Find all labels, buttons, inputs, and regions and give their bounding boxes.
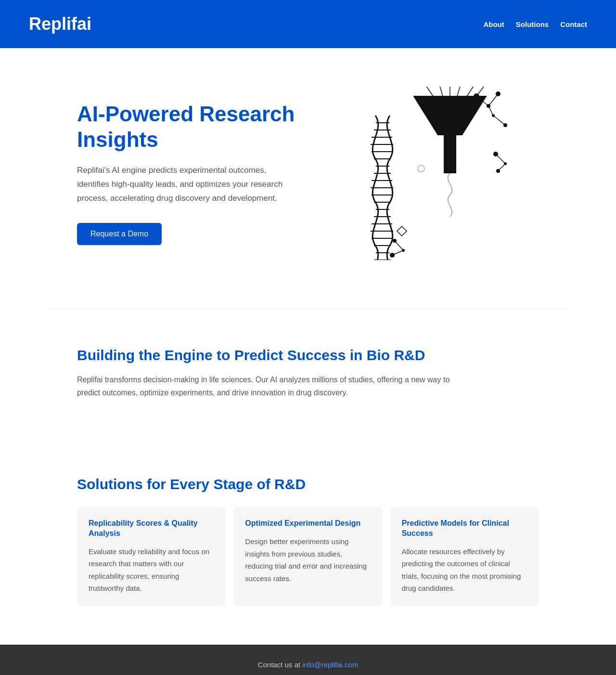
building-description: Replifai transforms decision-making in l… [77, 373, 472, 399]
card-experimental: Optimized Experimental Design Design bet… [233, 507, 382, 606]
building-section: Building the Engine to Predict Success i… [0, 308, 616, 438]
nav-about[interactable]: About [484, 20, 504, 28]
svg-line-38 [488, 106, 493, 116]
footer-copyright: © 2024 Replifai. All rights reserved. [10, 671, 606, 675]
svg-line-45 [498, 164, 505, 171]
card-replicability: Replicability Scores & Quality Analysis … [77, 507, 226, 606]
main-nav: About Solutions Contact [484, 20, 588, 28]
card-predictive-description: Allocate resources effectively by predic… [402, 545, 527, 595]
nav-contact[interactable]: Contact [560, 20, 587, 28]
svg-point-51 [418, 165, 424, 172]
building-title: Building the Engine to Predict Success i… [77, 347, 539, 363]
svg-line-49 [395, 241, 403, 250]
card-predictive-title: Predictive Models for Clinical Success [402, 519, 527, 539]
hero-description: Replifai's AI engine predicts experiment… [77, 164, 298, 206]
svg-line-24 [424, 87, 433, 96]
hero-illustration [346, 87, 510, 260]
card-experimental-title: Optimized Experimental Design [245, 519, 371, 529]
svg-line-37 [488, 94, 498, 106]
card-replicability-description: Evaluate study reliability and focus on … [89, 545, 214, 595]
svg-line-44 [496, 154, 505, 164]
svg-line-40 [493, 116, 505, 125]
card-replicability-title: Replicability Scores & Quality Analysis [89, 519, 214, 539]
footer-email-link[interactable]: info@replifai.com [302, 661, 358, 669]
hero-content: AI-Powered Research Insights Replifai's … [77, 102, 298, 245]
svg-line-25 [438, 87, 443, 96]
nav-solutions[interactable]: Solutions [516, 20, 549, 28]
hero-title: AI-Powered Research Insights [77, 102, 298, 153]
footer-contact: Contact us at info@replifai.com [10, 658, 606, 671]
hero-section: AI-Powered Research Insights Replifai's … [0, 48, 616, 308]
solutions-section: Solutions for Every Stage of R&D Replica… [0, 438, 616, 645]
svg-line-27 [457, 87, 462, 96]
svg-line-50 [392, 250, 403, 255]
card-predictive: Predictive Models for Clinical Success A… [390, 507, 539, 606]
request-demo-button[interactable]: Request a Demo [77, 223, 162, 245]
logo: Replifai [29, 14, 91, 34]
footer-contact-text: Contact us at [258, 661, 303, 669]
solutions-title: Solutions for Every Stage of R&D [77, 476, 539, 493]
hero-illustration-container [318, 87, 539, 260]
svg-rect-23 [444, 135, 456, 173]
cards-container: Replicability Scores & Quality Analysis … [77, 507, 539, 606]
card-experimental-description: Design better experiments using insights… [245, 535, 371, 584]
site-header: Replifai About Solutions Contact [0, 0, 616, 48]
site-footer: Contact us at info@replifai.com © 2024 R… [0, 645, 616, 675]
